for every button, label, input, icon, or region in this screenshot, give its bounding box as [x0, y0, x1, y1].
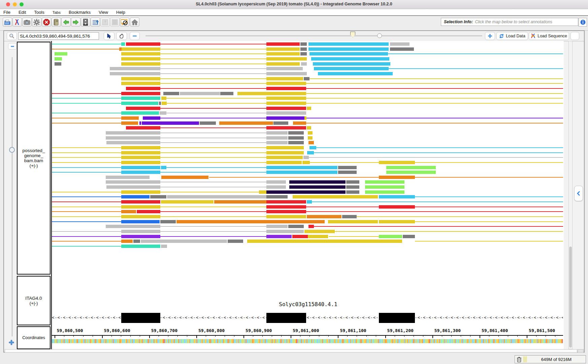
menu-edit[interactable]: Edit — [19, 10, 26, 15]
read-block[interactable] — [266, 92, 306, 95]
read-connector-line[interactable] — [52, 221, 121, 222]
read-block[interactable] — [200, 121, 216, 125]
read-block[interactable] — [126, 42, 160, 46]
read-block[interactable] — [308, 131, 313, 135]
read-block[interactable] — [308, 42, 389, 46]
bookmarks-book-icon[interactable] — [52, 17, 61, 27]
coordinates-track-label[interactable]: Coordinates — [17, 326, 51, 349]
read-block[interactable] — [266, 200, 306, 204]
read-connector-line[interactable] — [209, 177, 379, 178]
read-connector-line[interactable] — [160, 44, 266, 44]
read-connector-line[interactable] — [306, 88, 563, 89]
read-block[interactable] — [122, 47, 160, 51]
read-block[interactable] — [219, 121, 273, 125]
read-block[interactable] — [300, 47, 307, 51]
menu-file[interactable]: File — [3, 10, 10, 15]
read-connector-line[interactable] — [415, 162, 563, 163]
read-block[interactable] — [121, 52, 160, 56]
read-block[interactable] — [379, 176, 415, 179]
read-block[interactable] — [311, 57, 389, 61]
vertical-scrollbar[interactable] — [568, 41, 573, 349]
select-tool-button[interactable] — [104, 32, 115, 40]
memory-indicator[interactable]: 649M of 9216M — [515, 355, 586, 363]
read-block[interactable] — [304, 77, 309, 80]
read-connector-line[interactable] — [160, 64, 266, 64]
scrollbar-corner-button[interactable] — [570, 32, 579, 40]
read-block[interactable] — [161, 97, 166, 100]
read-connector-line[interactable] — [160, 207, 266, 207]
read-block[interactable] — [309, 146, 316, 149]
read-block[interactable] — [308, 141, 314, 144]
read-block[interactable] — [121, 210, 136, 213]
read-connector-line[interactable] — [160, 157, 266, 158]
read-block[interactable] — [137, 210, 160, 213]
menu-tabs[interactable]: Tabs — [53, 10, 61, 14]
read-block[interactable] — [346, 185, 359, 189]
read-block[interactable] — [301, 62, 307, 66]
read-connector-line[interactable] — [160, 236, 266, 237]
forward-arrow-icon[interactable] — [71, 17, 80, 27]
read-block[interactable] — [300, 52, 307, 56]
read-connector-line[interactable] — [160, 182, 266, 182]
read-connector-line[interactable] — [160, 128, 266, 128]
read-block[interactable] — [266, 102, 306, 105]
read-block[interactable] — [379, 220, 415, 223]
zoom-in-horizontal-button[interactable] — [485, 32, 495, 40]
read-block[interactable] — [303, 156, 309, 159]
read-block[interactable] — [266, 215, 306, 218]
read-block[interactable] — [133, 240, 140, 243]
read-block[interactable] — [293, 195, 378, 198]
read-connector-line[interactable] — [160, 231, 266, 232]
read-connector-line[interactable] — [52, 196, 121, 197]
read-block[interactable] — [55, 57, 62, 61]
read-block[interactable] — [121, 146, 160, 149]
read-block[interactable] — [121, 190, 160, 194]
read-block[interactable] — [308, 235, 328, 238]
read-block[interactable] — [307, 151, 314, 154]
read-block[interactable] — [121, 42, 125, 46]
read-block[interactable] — [266, 62, 300, 66]
read-block[interactable] — [106, 185, 160, 189]
read-block[interactable] — [121, 205, 160, 209]
read-block[interactable] — [386, 171, 436, 174]
read-block[interactable] — [180, 92, 220, 95]
read-block[interactable] — [266, 171, 337, 174]
read-block[interactable] — [121, 92, 160, 95]
read-block[interactable] — [266, 87, 306, 90]
read-block[interactable] — [365, 185, 404, 189]
read-block[interactable] — [379, 195, 415, 198]
read-block[interactable] — [121, 230, 160, 233]
read-block[interactable] — [266, 42, 300, 46]
read-block[interactable] — [307, 215, 341, 218]
read-connector-line[interactable] — [160, 108, 266, 109]
read-block[interactable] — [289, 180, 346, 184]
read-block[interactable] — [161, 176, 208, 179]
read-block[interactable] — [266, 205, 306, 209]
read-block[interactable] — [167, 195, 266, 198]
read-block[interactable] — [266, 52, 300, 56]
home-icon[interactable] — [130, 17, 139, 27]
read-connector-line[interactable] — [52, 113, 121, 113]
hide-tooltip-icon[interactable] — [120, 17, 129, 27]
read-block[interactable] — [342, 215, 357, 218]
read-block[interactable] — [142, 121, 199, 125]
read-block[interactable] — [266, 97, 306, 100]
read-connector-line[interactable] — [52, 167, 121, 168]
read-block[interactable] — [300, 42, 307, 46]
sequence-color-bar[interactable] — [52, 339, 563, 343]
dna-load-icon[interactable] — [12, 17, 22, 27]
read-connector-line[interactable] — [166, 113, 266, 113]
exon-block[interactable] — [379, 313, 415, 323]
read-block[interactable] — [365, 190, 404, 194]
info-icon[interactable] — [579, 18, 587, 27]
read-block[interactable] — [106, 225, 160, 228]
read-block[interactable] — [266, 166, 337, 169]
horizontal-zoom-slider[interactable] — [145, 35, 482, 36]
read-connector-line[interactable] — [52, 157, 121, 158]
read-connector-line[interactable] — [160, 73, 266, 74]
read-connector-line[interactable] — [160, 78, 266, 79]
read-block[interactable] — [126, 87, 160, 90]
read-block[interactable] — [266, 235, 292, 238]
read-block[interactable] — [346, 190, 359, 194]
read-block[interactable] — [266, 116, 304, 120]
